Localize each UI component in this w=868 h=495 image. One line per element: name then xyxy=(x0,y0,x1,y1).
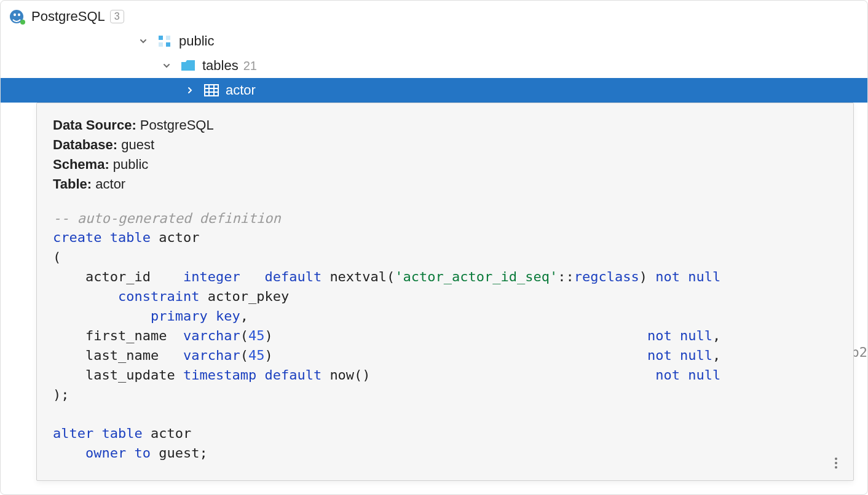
svg-point-13 xyxy=(835,458,837,460)
meta-table: Table: actor xyxy=(53,174,837,194)
count-badge: 3 xyxy=(110,10,124,23)
database-tree: PostgreSQL 3 public tables 21 xyxy=(1,1,867,103)
tree-node-label: actor xyxy=(226,82,256,98)
svg-point-2 xyxy=(18,14,20,16)
tree-node-label: public xyxy=(179,33,214,49)
tree-node-label: tables xyxy=(202,58,239,74)
chevron-down-icon xyxy=(136,37,151,45)
meta-data-source: Data Source: PostgreSQL xyxy=(53,115,837,135)
meta-schema: Schema: public xyxy=(53,155,837,174)
schema-icon xyxy=(156,34,174,49)
folder-icon xyxy=(179,60,197,72)
more-options-button[interactable] xyxy=(829,456,843,470)
tree-count: 21 xyxy=(243,59,257,73)
svg-point-3 xyxy=(20,20,25,25)
chevron-down-icon xyxy=(159,61,174,70)
svg-point-15 xyxy=(835,466,837,469)
svg-rect-8 xyxy=(205,85,218,96)
chevron-right-icon xyxy=(183,86,197,95)
tree-node-tables[interactable]: tables 21 xyxy=(1,53,867,78)
ddl-code: -- auto-generated definition create tabl… xyxy=(53,209,837,464)
svg-point-14 xyxy=(835,462,837,464)
svg-rect-4 xyxy=(159,36,163,40)
tree-node-label: PostgreSQL xyxy=(31,9,105,25)
tree-node-actor[interactable]: actor xyxy=(1,78,867,103)
postgresql-icon xyxy=(8,9,26,25)
svg-rect-6 xyxy=(159,42,163,47)
svg-rect-7 xyxy=(166,42,170,47)
table-icon xyxy=(202,84,221,96)
svg-point-1 xyxy=(14,14,16,16)
svg-rect-5 xyxy=(166,36,170,40)
tree-node-public[interactable]: public xyxy=(1,29,867,53)
tree-node-postgresql[interactable]: PostgreSQL 3 xyxy=(1,4,867,29)
meta-database: Database: guest xyxy=(53,135,837,155)
quick-doc-popup: Data Source: PostgreSQL Database: guest … xyxy=(36,103,854,481)
